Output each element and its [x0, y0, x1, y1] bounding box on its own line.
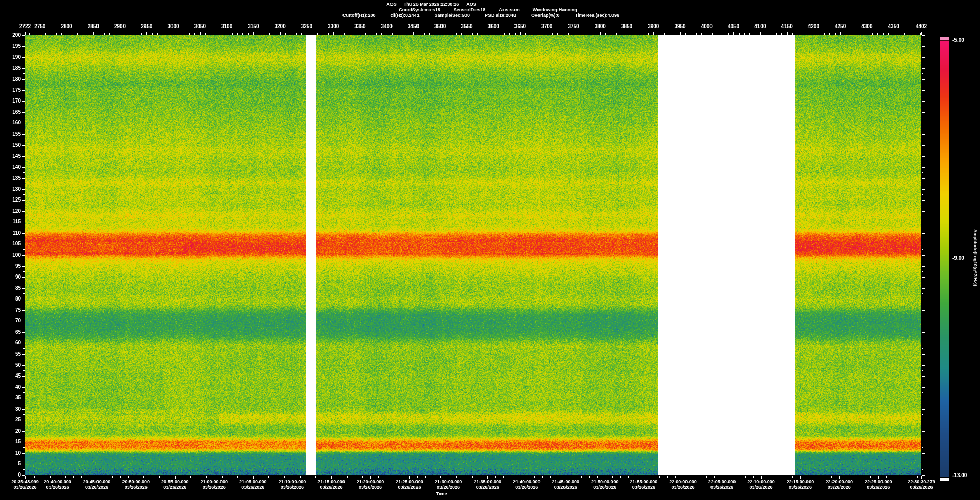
top-axis-label: 2900 — [114, 23, 126, 29]
top-axis-label: 3350 — [354, 23, 365, 29]
param-coordsystem: CoordSystem:es18 — [399, 7, 440, 12]
date-label: 03/26/2026 — [632, 485, 655, 490]
header-title-line: AOS Thu 26 Mar 2026 22:30:16 AOS — [386, 2, 476, 7]
top-axis-label: 2750 — [34, 23, 45, 29]
top-axis-label: 3950 — [674, 23, 685, 29]
freq-axis-label: 90 — [0, 274, 21, 280]
freq-axis-label: 100 — [0, 252, 21, 258]
param-cutoff: Cuttoff(Hz):200 — [342, 13, 376, 18]
top-axis-label: 3750 — [568, 23, 579, 29]
freq-axis-label: 70 — [0, 318, 21, 323]
freq-axis-label: 10 — [0, 450, 21, 456]
freq-axis-label: 165 — [0, 109, 21, 115]
top-axis-label: 3500 — [434, 23, 446, 29]
time-label: 21:15:00.000 — [317, 480, 345, 485]
time-label: 22:15:00.000 — [787, 480, 814, 485]
freq-axis-label: 30 — [0, 406, 21, 412]
time-label: 21:05:00.000 — [239, 480, 267, 485]
freq-axis-label: 85 — [0, 285, 21, 291]
freq-axis-label: 185 — [0, 65, 21, 71]
colorbar-max-label: -5.00 — [952, 37, 964, 43]
freq-axis-label: 145 — [0, 153, 21, 159]
colorbar-mid-label: -9.00 — [952, 255, 964, 261]
date-label: 03/26/2026 — [515, 485, 538, 490]
freq-axis-label: 40 — [0, 384, 21, 390]
freq-axis-label: 140 — [0, 164, 21, 170]
top-axis-label: 2722 — [19, 23, 31, 29]
date-label: 03/26/2026 — [828, 485, 851, 490]
date-label: 03/26/2026 — [554, 485, 577, 490]
freq-axis-label: 65 — [0, 329, 21, 335]
date-label: 03/26/2026 — [476, 485, 499, 490]
time-label: 22:00:00.000 — [669, 480, 697, 485]
date-label: 03/26/2026 — [867, 485, 890, 490]
time-label: 21:25:00.000 — [396, 480, 423, 485]
freq-axis-label: 110 — [0, 230, 21, 236]
top-axis-label: 3550 — [461, 23, 472, 29]
time-label: 21:50:00.000 — [591, 480, 619, 485]
param-sensorid: SensorID:es18 — [454, 7, 486, 12]
top-axis-label: 3800 — [595, 23, 606, 29]
freq-axis-label: 95 — [0, 263, 21, 269]
top-axis-label: 2850 — [88, 23, 99, 29]
freq-axis-label: 200 — [0, 32, 21, 38]
top-axis-label: 3250 — [301, 23, 312, 29]
freq-axis-label: 20 — [0, 428, 21, 434]
top-axis-label: 3100 — [221, 23, 232, 29]
time-label: 21:10:00.000 — [279, 480, 306, 485]
freq-axis-label: 50 — [0, 362, 21, 368]
date-label: 03/26/2026 — [593, 485, 616, 490]
time-label: 21:00:00.000 — [200, 480, 228, 485]
top-axis-label: 2950 — [141, 23, 152, 29]
date-label: 03/26/2026 — [710, 485, 733, 490]
top-axis-label: 4150 — [781, 23, 792, 29]
date-label: 03/26/2026 — [163, 485, 186, 490]
top-axis-label: 3200 — [274, 23, 285, 29]
freq-axis-label: 55 — [0, 351, 21, 357]
top-axis-label: 4200 — [808, 23, 819, 29]
freq-axis-label: 150 — [0, 142, 21, 148]
top-axis-label: 3900 — [648, 23, 659, 29]
freq-axis-label: 115 — [0, 219, 21, 224]
date-label: 03/26/2026 — [13, 485, 36, 490]
date-label: 03/26/2026 — [750, 485, 773, 490]
freq-axis-label: 190 — [0, 54, 21, 60]
title-timestamp: Thu 26 Mar 2026 22:30:16 — [404, 2, 459, 7]
freq-axis-label: 130 — [0, 186, 21, 192]
freq-axis-label: 155 — [0, 131, 21, 137]
top-axis-label: 4000 — [701, 23, 713, 29]
header-params-line-2: Cuttoff(Hz):200 df(Hz):0.2441 Sample/Sec… — [342, 13, 619, 18]
freq-axis-label: 5 — [0, 461, 21, 466]
top-axis-label: 3650 — [514, 23, 526, 29]
date-label: 03/26/2026 — [359, 485, 382, 490]
time-label: 21:20:00.000 — [357, 480, 384, 485]
date-label: 03/26/2026 — [85, 485, 108, 490]
date-label: 03/26/2026 — [437, 485, 460, 490]
top-axis-label: 3400 — [381, 23, 393, 29]
time-label: 20:50:00.000 — [122, 480, 150, 485]
header-params-line-1: CoordSystem:es18 SensorID:es18 Axis:sum … — [399, 7, 577, 12]
freq-axis-label: 75 — [0, 307, 21, 313]
date-label: 03/26/2026 — [125, 485, 148, 490]
app-name-left: AOS — [386, 2, 397, 7]
colorbar-min-label: -13.00 — [952, 472, 967, 478]
spectrogram-plot[interactable] — [0, 0, 980, 500]
aos-spectrogram-window: AOS Thu 26 Mar 2026 22:30:16 AOS CoordSy… — [0, 0, 980, 500]
time-label: 21:35:00.000 — [474, 480, 501, 485]
top-axis-label: 3150 — [248, 23, 259, 29]
freq-axis-label: 125 — [0, 197, 21, 203]
freq-axis-label: 175 — [0, 87, 21, 93]
date-label: 03/26/2026 — [671, 485, 694, 490]
time-label: 20:35:48.999 — [11, 480, 39, 485]
freq-axis-label: 15 — [0, 439, 21, 444]
freq-axis-label: 80 — [0, 296, 21, 302]
freq-axis-label: 0 — [0, 472, 21, 478]
freq-axis-label: 180 — [0, 76, 21, 82]
top-axis-label: 4250 — [835, 23, 846, 29]
top-axis-label: 3000 — [167, 23, 179, 29]
top-axis-label: 3700 — [541, 23, 552, 29]
freq-axis-label: 195 — [0, 43, 21, 49]
time-label: 20:40:00.000 — [44, 480, 71, 485]
param-overlap: Overlap(%):0 — [531, 13, 560, 18]
time-label: 22:10:00.000 — [747, 480, 775, 485]
